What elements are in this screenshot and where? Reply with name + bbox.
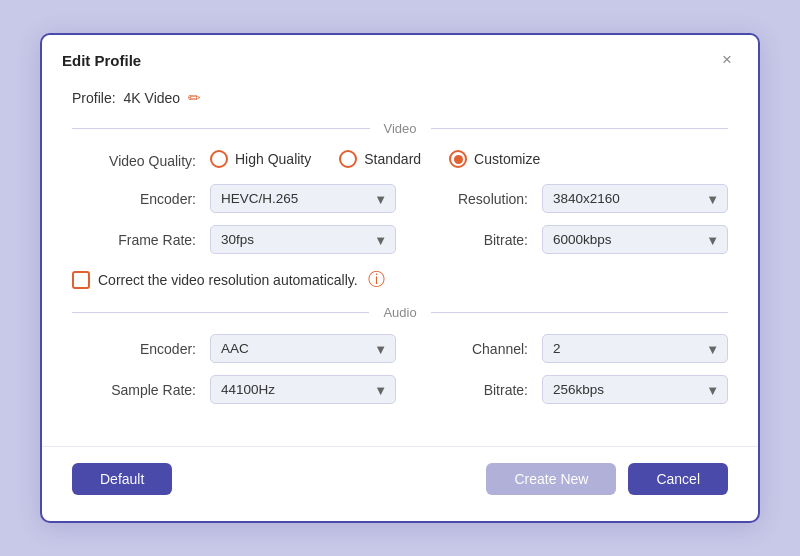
radio-circle-customize bbox=[449, 150, 467, 168]
radio-circle-high bbox=[210, 150, 228, 168]
video-quality-label: Video Quality: bbox=[72, 153, 202, 169]
channel-select-wrapper: 2 1 6 ▼ bbox=[542, 334, 728, 363]
framerate-label: Frame Rate: bbox=[72, 232, 202, 248]
encoder-select-wrapper: HEVC/H.265 H.264 MPEG-4 ▼ bbox=[210, 184, 396, 213]
audio-bitrate-select-wrapper: 256kbps 128kbps 192kbps ▼ bbox=[542, 375, 728, 404]
channel-select[interactable]: 2 1 6 bbox=[542, 334, 728, 363]
dialog-content: Profile: 4K Video ✏ Video Video Quality:… bbox=[42, 89, 758, 438]
resolution-label: Resolution: bbox=[404, 191, 534, 207]
resolution-select[interactable]: 3840x2160 1920x1080 1280x720 bbox=[542, 184, 728, 213]
channel-label: Channel: bbox=[404, 341, 534, 357]
video-quality-radio-group: High Quality Standard Customize bbox=[210, 150, 540, 168]
audio-section-divider: Audio bbox=[72, 305, 728, 320]
audio-divider-line-left bbox=[72, 312, 369, 313]
audio-divider-line-right bbox=[431, 312, 728, 313]
footer-right-buttons: Create New Cancel bbox=[486, 463, 728, 495]
profile-row: Profile: 4K Video ✏ bbox=[72, 89, 728, 107]
checkbox-row: Correct the video resolution automatical… bbox=[72, 268, 728, 291]
edit-profile-icon[interactable]: ✏ bbox=[188, 89, 201, 107]
encoder-label: Encoder: bbox=[72, 191, 202, 207]
radio-customize[interactable]: Customize bbox=[449, 150, 540, 168]
video-fields-grid: Encoder: HEVC/H.265 H.264 MPEG-4 ▼ Resol… bbox=[72, 184, 728, 254]
framerate-select-wrapper: 30fps 60fps 24fps ▼ bbox=[210, 225, 396, 254]
samplerate-label: Sample Rate: bbox=[72, 382, 202, 398]
video-bitrate-select[interactable]: 6000kbps 8000kbps 4000kbps bbox=[542, 225, 728, 254]
default-button[interactable]: Default bbox=[72, 463, 172, 495]
audio-bitrate-label: Bitrate: bbox=[404, 382, 534, 398]
audio-bitrate-select[interactable]: 256kbps 128kbps 192kbps bbox=[542, 375, 728, 404]
radio-label-high: High Quality bbox=[235, 151, 311, 167]
video-bitrate-select-wrapper: 6000kbps 8000kbps 4000kbps ▼ bbox=[542, 225, 728, 254]
radio-label-customize: Customize bbox=[474, 151, 540, 167]
info-icon[interactable]: ⓘ bbox=[368, 268, 385, 291]
resolution-select-wrapper: 3840x2160 1920x1080 1280x720 ▼ bbox=[542, 184, 728, 213]
radio-standard[interactable]: Standard bbox=[339, 150, 421, 168]
framerate-select[interactable]: 30fps 60fps 24fps bbox=[210, 225, 396, 254]
create-new-button[interactable]: Create New bbox=[486, 463, 616, 495]
cancel-button[interactable]: Cancel bbox=[628, 463, 728, 495]
correct-resolution-checkbox[interactable] bbox=[72, 271, 90, 289]
samplerate-select[interactable]: 44100Hz 48000Hz 22050Hz bbox=[210, 375, 396, 404]
audio-encoder-select-wrapper: AAC MP3 OGG ▼ bbox=[210, 334, 396, 363]
profile-label: Profile: bbox=[72, 90, 116, 106]
video-bitrate-label: Bitrate: bbox=[404, 232, 534, 248]
video-section-divider: Video bbox=[72, 121, 728, 136]
audio-fields-grid: Encoder: AAC MP3 OGG ▼ Channel: 2 1 6 ▼ … bbox=[72, 334, 728, 404]
divider-line-left bbox=[72, 128, 370, 129]
profile-name: 4K Video bbox=[124, 90, 181, 106]
dialog-footer: Default Create New Cancel bbox=[42, 446, 758, 513]
audio-encoder-label: Encoder: bbox=[72, 341, 202, 357]
video-section-label: Video bbox=[370, 121, 431, 136]
edit-profile-dialog: Edit Profile × Profile: 4K Video ✏ Video… bbox=[40, 33, 760, 523]
radio-label-standard: Standard bbox=[364, 151, 421, 167]
audio-encoder-select[interactable]: AAC MP3 OGG bbox=[210, 334, 396, 363]
correct-resolution-label: Correct the video resolution automatical… bbox=[98, 272, 358, 288]
encoder-select[interactable]: HEVC/H.265 H.264 MPEG-4 bbox=[210, 184, 396, 213]
radio-high-quality[interactable]: High Quality bbox=[210, 150, 311, 168]
samplerate-select-wrapper: 44100Hz 48000Hz 22050Hz ▼ bbox=[210, 375, 396, 404]
radio-circle-standard bbox=[339, 150, 357, 168]
close-button[interactable]: × bbox=[716, 49, 738, 71]
audio-section-label: Audio bbox=[369, 305, 430, 320]
divider-line-right bbox=[431, 128, 729, 129]
dialog-title: Edit Profile bbox=[62, 52, 141, 69]
title-bar: Edit Profile × bbox=[42, 35, 758, 79]
